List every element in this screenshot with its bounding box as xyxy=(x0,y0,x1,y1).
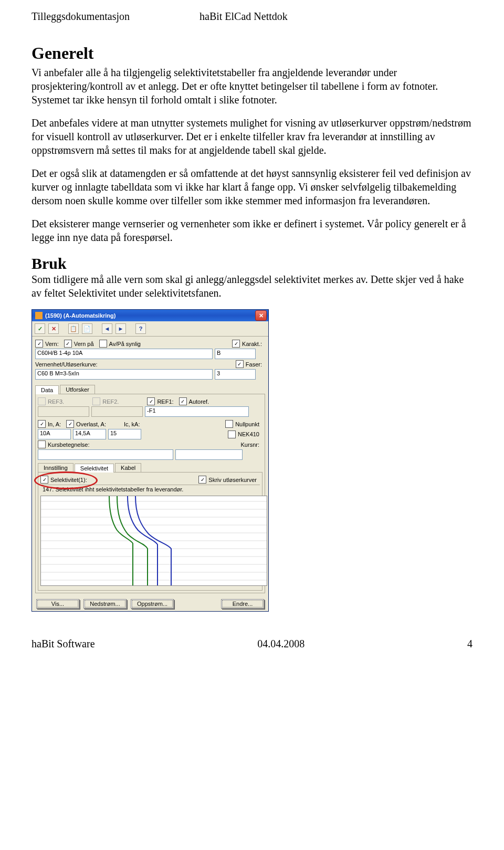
close-button[interactable]: ✕ xyxy=(255,310,267,321)
chk-nek410[interactable] xyxy=(228,431,236,438)
btn-vis[interactable]: Vis... xyxy=(36,599,79,608)
btn-endre[interactable]: Endre... xyxy=(221,599,264,608)
bottom-buttons: Vis... Nedstrøm... Oppstrøm... Endre... xyxy=(32,596,268,611)
lbl-inA: In, A: xyxy=(48,421,61,427)
kursbet-field[interactable] xyxy=(38,449,173,460)
ref3-field xyxy=(38,406,89,417)
lbl-nek410: NEK410 xyxy=(238,431,259,437)
titlebar: (1590) (A-Automatsikring) ✕ xyxy=(32,310,268,321)
header-left: Tilleggsdokumentasjon xyxy=(32,11,200,23)
chk-ref1[interactable] xyxy=(147,397,155,405)
header-right: haBit ElCad Nettdok xyxy=(200,11,288,23)
cancel-icon[interactable]: ✕ xyxy=(48,323,59,334)
ref1-field[interactable]: -F1 xyxy=(145,406,249,417)
para-1: Vi anbefaler alle å ha tilgjengelig sele… xyxy=(32,66,472,107)
chk-autoref[interactable] xyxy=(179,397,187,405)
lbl-skriv: Skriv utløserkurver xyxy=(208,477,257,483)
footer-center: 04.04.2008 xyxy=(257,638,304,650)
next-icon[interactable]: ► xyxy=(116,323,126,334)
footer-left: haBit Software xyxy=(32,638,95,650)
chk-ref2 xyxy=(92,397,100,405)
para-4: Det eksisterer mange vernserier og verne… xyxy=(32,217,472,244)
chk-inA[interactable] xyxy=(38,420,46,428)
chk-nullpunkt[interactable] xyxy=(225,420,233,428)
vern-field[interactable]: C60H/B 1-4p 10A xyxy=(35,349,213,359)
chk-selektivitet[interactable] xyxy=(40,476,48,484)
karakt-field[interactable]: B xyxy=(215,349,256,359)
lbl-ref2: REF2. xyxy=(102,398,119,405)
paste-icon[interactable]: 📄 xyxy=(82,323,92,334)
lbl-nullpunkt: Nullpunkt xyxy=(235,421,259,427)
footer-right: 4 xyxy=(467,638,472,650)
ickA-field[interactable]: 15 xyxy=(108,429,141,439)
tab-kabel[interactable]: Kabel xyxy=(115,463,141,472)
overlast-field[interactable]: 14,5A xyxy=(73,429,106,439)
ok-icon[interactable]: ✓ xyxy=(35,323,45,334)
toolbar: ✓ ✕ 📋 📄 ◄ ► ? xyxy=(32,321,268,337)
chk-ref3 xyxy=(38,397,46,405)
help-icon[interactable]: ? xyxy=(135,323,146,334)
tab-data[interactable]: Data xyxy=(35,385,59,394)
chk-faser[interactable] xyxy=(236,360,244,368)
app-icon xyxy=(35,312,43,319)
page-header: Tilleggsdokumentasjon haBit ElCad Nettdo… xyxy=(32,11,472,23)
ref2-field xyxy=(91,406,143,417)
lbl-overlast: Overlast, A: xyxy=(76,421,106,427)
kurve-field[interactable]: C60 B M=3-5xIn xyxy=(35,369,213,380)
chk-skriv[interactable] xyxy=(198,476,206,484)
lbl-kurve: Vernenhet/Utløserkurve: xyxy=(35,361,230,368)
chk-overlast[interactable] xyxy=(66,420,74,428)
selektivitet-note: 147. Selektivitet ihht selektivitetstabe… xyxy=(40,485,260,494)
lbl-karakt: Karakt.: xyxy=(242,341,262,347)
lbl-selektivitet: Selektivitet(1): xyxy=(50,477,87,483)
inA-field[interactable]: 10A xyxy=(38,429,71,439)
tabs-inner: Innstilling Selektivitet Kabel xyxy=(38,463,262,473)
chk-kursbet[interactable] xyxy=(38,440,46,448)
lbl-faser: Faser: xyxy=(246,361,262,368)
chk-vernpaa[interactable] xyxy=(64,340,72,348)
lbl-ickA: Ic, kA: xyxy=(124,421,140,427)
heading-generelt: Generelt xyxy=(32,44,472,63)
chk-avpaa[interactable] xyxy=(99,340,107,348)
lbl-ref3: REF3. xyxy=(48,398,64,405)
heading-bruk: Bruk xyxy=(32,255,472,272)
chk-vern[interactable] xyxy=(35,340,43,348)
copy-icon[interactable]: 📋 xyxy=(68,323,79,334)
tab-innstilling[interactable]: Innstilling xyxy=(38,463,74,472)
btn-nedstrom[interactable]: Nedstrøm... xyxy=(83,599,127,608)
lbl-autoref: Autoref. xyxy=(189,398,209,405)
curve-graph xyxy=(40,496,267,586)
para-3: Det er også slik at datamengden er så om… xyxy=(32,166,472,207)
tab-utforsker[interactable]: Utforsker xyxy=(60,385,95,394)
lbl-kursbet: Kursbetegnelse: xyxy=(48,442,90,448)
lbl-avpaa: Av/På synlig xyxy=(109,341,141,347)
window-title: (1590) (A-Automatsikring) xyxy=(45,312,255,319)
app-window: (1590) (A-Automatsikring) ✕ ✓ ✕ 📋 📄 ◄ ► … xyxy=(32,309,269,612)
para-5: Som tidligere må alle vern som skal gi a… xyxy=(32,272,472,300)
kursnr-field[interactable] xyxy=(175,449,243,460)
lbl-ref1: REF1: xyxy=(157,398,173,405)
lbl-kursnr: Kursnr: xyxy=(241,442,259,448)
lbl-vernpaa: Vern på xyxy=(74,341,94,347)
faser-field[interactable]: 3 xyxy=(215,369,256,380)
btn-oppstrom[interactable]: Oppstrøm... xyxy=(131,599,174,608)
page-footer: haBit Software 04.04.2008 4 xyxy=(32,635,472,650)
prev-icon[interactable]: ◄ xyxy=(102,323,112,334)
tabs-data: Data Utforsker xyxy=(35,385,265,394)
lbl-vern: Vern: xyxy=(45,341,59,347)
chk-karakt[interactable] xyxy=(232,340,240,348)
para-2: Det anbefales videre at man utnytter sys… xyxy=(32,116,472,157)
tab-selektivitet[interactable]: Selektivitet xyxy=(75,464,114,473)
